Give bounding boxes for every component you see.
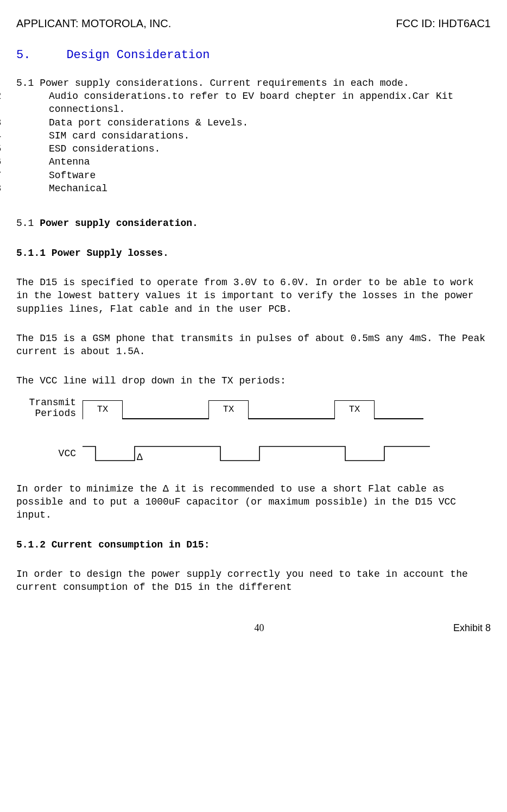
applicant-label: APPLICANT: MOTOROLA, INC. [16, 16, 171, 31]
section-number: 5. [16, 48, 30, 62]
toc-num: 5.2 [16, 90, 49, 103]
toc-num: 5.6 [16, 155, 49, 168]
toc-line: 5.6Antenna [16, 155, 491, 168]
tx-pulse-2: TX [208, 400, 249, 419]
paragraph-3: The VCC line will drop down in the TX pe… [16, 374, 491, 387]
section-heading-text: Design Consideration [66, 48, 210, 62]
page-number: 40 [65, 621, 453, 634]
toc-text: Mechanical [49, 183, 107, 194]
tx-baseline-3 [375, 418, 423, 419]
toc-num: 5.7 [16, 169, 49, 182]
timing-diagram: Transmit Periods TX TX TX VCC Δ [16, 398, 491, 466]
heading-5-1-2: 5.1.2 Current consumption in D15: [16, 538, 491, 551]
heading-5-1-num: 5.1 [16, 218, 40, 229]
toc-text: Software [49, 170, 96, 181]
heading-5-1-title: Power supply consideration. [40, 218, 198, 229]
toc-text: Antenna [49, 156, 90, 167]
toc-line: 5.3Data port considerations & Levels. [16, 116, 491, 129]
toc-text: ESD considerations. [49, 143, 160, 154]
tx-baseline-2 [249, 418, 334, 419]
toc-line: 5.5ESD considerations. [16, 142, 491, 155]
toc-text: Data port considerations & Levels. [49, 117, 248, 128]
tx-baseline-1 [123, 418, 208, 419]
toc-line: 5.8Mechanical [16, 182, 491, 195]
toc-line-5-1: 5.1 Power supply considerations. Current… [16, 77, 491, 90]
heading-5-1: 5.1 Power supply consideration. [16, 217, 491, 230]
section-title: 5. Design Consideration [16, 47, 491, 64]
toc-num: 5.3 [16, 116, 49, 129]
toc-text: SIM card considarations. [49, 130, 189, 141]
toc-line: 5.2Audio considerations.to refer to EV b… [16, 90, 491, 116]
tx-pulse-1: TX [83, 400, 123, 419]
toc-num: 5.4 [16, 129, 49, 142]
page-header: APPLICANT: MOTOROLA, INC. FCC ID: IHDT6A… [16, 16, 491, 31]
heading-5-1-1: 5.1.1 Power Supply losses. [16, 247, 491, 260]
tx-pulse-3: TX [334, 400, 375, 419]
toc-text: Audio considerations.to refer to EV boar… [49, 91, 453, 115]
page-footer: 40 Exhibit 8 [16, 621, 491, 634]
toc-list: 5.2Audio considerations.to refer to EV b… [16, 90, 491, 195]
paragraph-1: The D15 is specified to operate from 3.0… [16, 276, 491, 316]
toc-num: 5.5 [16, 142, 49, 155]
tx-label-line2: Periods [35, 408, 76, 419]
paragraph-2: The D15 is a GSM phone that transmits in… [16, 332, 491, 358]
fcc-id-label: FCC ID: IHDT6AC1 [396, 16, 491, 31]
vcc-waveform [83, 442, 430, 466]
toc-line: 5.7Software [16, 169, 491, 182]
tx-label: Transmit Periods [16, 398, 83, 419]
toc-num: 5.8 [16, 182, 49, 195]
exhibit-label: Exhibit 8 [453, 621, 491, 634]
paragraph-4: In order to minimize the Δ it is recomme… [16, 482, 491, 522]
tx-label-line1: Transmit [29, 397, 76, 408]
tx-pulse-line: TX TX TX [83, 398, 423, 419]
delta-symbol: Δ [137, 451, 143, 464]
paragraph-5: In order to design the power supply corr… [16, 568, 491, 594]
toc-line: 5.4SIM card considarations. [16, 129, 491, 142]
vcc-label: VCC [16, 449, 83, 459]
